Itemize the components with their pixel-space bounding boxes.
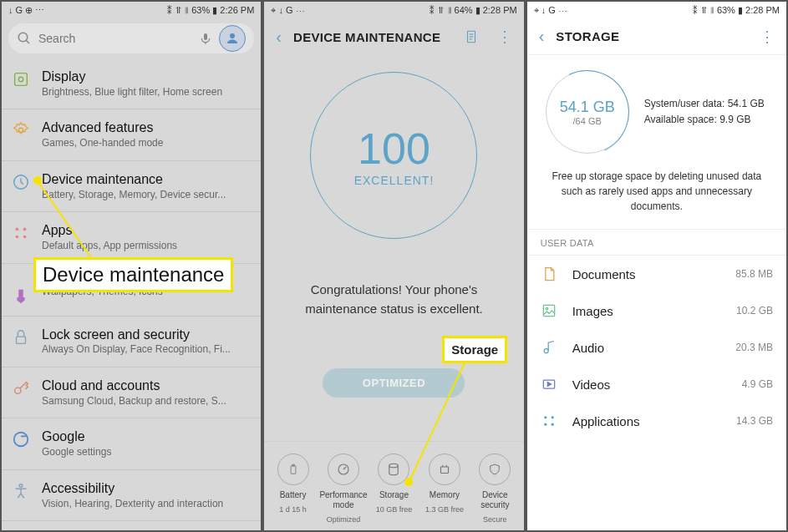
storage-icon [386,462,401,477]
svg-point-17 [19,484,23,487]
annotation-dot [33,176,42,185]
svg-rect-23 [292,464,293,466]
setting-cloud[interactable]: Cloud and accountsSamsung Cloud, Backup … [2,367,261,418]
svg-rect-29 [543,305,554,316]
svg-point-11 [16,236,19,239]
document-icon[interactable] [464,29,479,44]
screen-device-maintenance: ⌖ ↓ G ⋯ ⁑ ⥣ ⫴ 64% ▮ 2:28 PM ‹ DEVICE MAI… [264,2,523,530]
shield-icon [488,462,501,477]
svg-point-30 [546,307,548,310]
battery-icon [287,462,299,477]
storage-hint: Free up storage space by deleting unused… [527,169,786,229]
svg-point-33 [544,416,547,418]
svg-line-1 [26,40,29,43]
data-applications[interactable]: Applications 14.3 GB [527,403,786,439]
bottom-nav: Battery 1 d 15 h Performance mode Optimi… [264,441,523,530]
svg-rect-13 [18,289,23,296]
svg-point-15 [15,388,21,393]
svg-point-25 [389,464,399,468]
storage-used: 54.1 GB [560,99,615,116]
score-number: 100 [358,124,430,174]
optimize-button[interactable]: OPTIMIZED [323,368,465,398]
svg-rect-26 [440,467,448,474]
svg-point-0 [18,33,28,42]
document-icon [541,266,557,282]
page-title: STORAGE [556,29,748,43]
setting-google[interactable]: GoogleGoogle settings [2,418,261,469]
bottom-memory[interactable]: Memory 1.3 GB free [421,453,468,524]
svg-rect-14 [17,337,26,343]
storage-total: /64 GB [573,116,602,126]
svg-rect-22 [291,466,296,474]
bottom-storage[interactable]: Storage 10 GB free [370,453,417,524]
setting-accessibility[interactable]: AccessibilityVision, Hearing, Dexterity … [2,470,261,521]
video-icon [541,376,557,393]
highlight-device-maintenance: Device maintenance [33,257,233,292]
gauge-icon [336,462,351,477]
svg-point-36 [551,423,553,426]
memory-icon [437,462,452,477]
audio-icon [541,339,557,356]
section-user-data: USER DATA [527,229,786,256]
data-videos[interactable]: Videos 4.9 GB [527,366,786,403]
accessibility-icon [12,482,30,500]
search-bar[interactable] [8,23,254,53]
mic-icon[interactable] [199,32,212,45]
setting-lockscreen[interactable]: Lock screen and securityAlways On Displa… [2,317,261,367]
highlight-storage: Storage [442,336,507,363]
key-icon [12,379,30,398]
image-icon [541,302,557,319]
svg-point-6 [18,77,23,82]
search-input[interactable] [38,32,192,45]
svg-point-12 [23,236,27,239]
status-bar: ⌖ ↓ G ⋯ ⁑ ⥣ ⫴ 64% ▮ 2:28 PM [264,2,523,18]
setting-apps[interactable]: AppsDefault apps, App permissions [2,212,261,263]
apps-icon [541,413,557,429]
profile-button[interactable] [219,25,246,52]
status-left: ↓ G ⊕ ⋯ [8,5,44,16]
score-label: EXCELLENT! [354,174,435,187]
back-button[interactable]: ‹ [539,27,545,46]
maintenance-icon [12,173,30,191]
page-title: DEVICE MAINTENANCE [293,30,452,44]
display-icon [12,70,30,89]
google-icon [12,430,30,448]
data-images[interactable]: Images 10.2 GB [527,292,786,329]
bottom-battery[interactable]: Battery 1 d 15 h [270,453,317,524]
setting-display[interactable]: DisplayBrightness, Blue light filter, Ho… [2,58,261,109]
more-icon[interactable]: ⋮ [760,28,775,46]
svg-point-31 [544,349,548,353]
svg-rect-5 [15,73,28,86]
screen-settings: ↓ G ⊕ ⋯ ⁑ ⥣ ⫴ 63% ▮ 2:26 PM DisplayBrigh… [2,2,261,530]
screen-storage: ⌖ ↓ G ⋯ ⁑ ⥣ ⫴ 63% ▮ 2:28 PM ‹ STORAGE ⋮ … [527,2,786,530]
svg-point-16 [14,433,28,447]
svg-point-9 [16,228,19,231]
person-icon [225,31,240,46]
header: ‹ STORAGE ⋮ [527,18,786,55]
status-right: ⁑ ⥣ ⫴ 63% ▮ 2:26 PM [167,5,254,16]
search-icon [17,31,32,46]
storage-gauge: 54.1 GB /64 GB [546,70,629,154]
bottom-security[interactable]: Device security Secure [471,453,518,524]
back-button[interactable]: ‹ [276,28,282,47]
svg-point-35 [544,423,547,426]
storage-meta: System/user data: 54.1 GB Available spac… [644,96,775,128]
data-audio[interactable]: Audio 20.3 MB [527,329,786,366]
svg-rect-2 [204,33,207,40]
status-bar: ⌖ ↓ G ⋯ ⁑ ⥣ ⫴ 63% ▮ 2:28 PM [527,2,786,18]
setting-advanced[interactable]: Advanced featuresGames, One-handed mode [2,109,261,160]
svg-point-4 [230,33,235,38]
header: ‹ DEVICE MAINTENANCE ⋮ [264,18,523,55]
svg-point-10 [23,228,27,231]
brush-icon [12,287,30,306]
apps-icon [12,224,30,242]
congrats-text: Congratulations! Your phone's maintenanc… [287,281,500,318]
data-documents[interactable]: Documents 85.8 MB [527,256,786,292]
more-icon[interactable]: ⋮ [497,28,512,46]
score-circle: 100 EXCELLENT! [310,72,477,239]
bottom-performance[interactable]: Performance mode Optimized [320,453,367,524]
status-bar: ↓ G ⊕ ⋯ ⁑ ⥣ ⫴ 63% ▮ 2:26 PM [2,2,261,18]
storage-summary: 54.1 GB /64 GB System/user data: 54.1 GB… [527,55,786,169]
svg-point-34 [551,416,553,418]
lock-icon [12,328,30,347]
